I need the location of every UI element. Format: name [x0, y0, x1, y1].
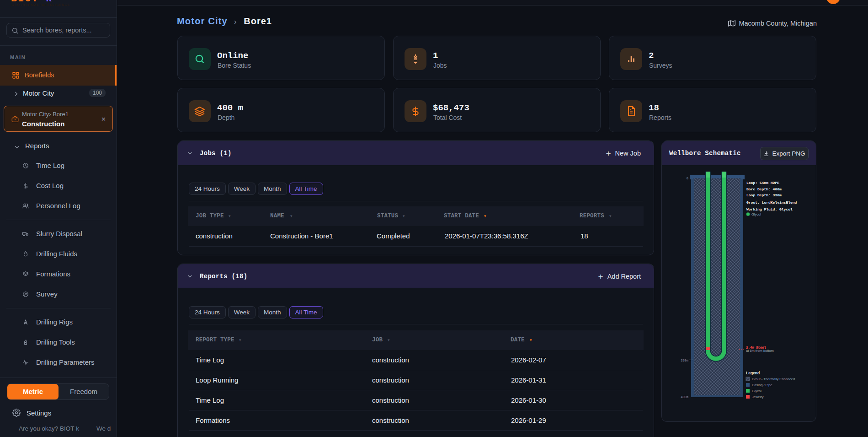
svg-text:Legend: Legend: [746, 371, 760, 375]
svg-text:Working Fluid: Glycol: Working Fluid: Glycol: [746, 207, 793, 211]
svg-text:Grout - Thermally Enhanced: Grout - Thermally Enhanced: [752, 377, 795, 381]
svg-text:Glycol: Glycol: [752, 389, 761, 393]
svg-text:Bore Depth: 400m: Bore Depth: 400m: [746, 187, 782, 191]
svg-text:0: 0: [687, 177, 688, 180]
svg-text:Jewelry: Jewelry: [752, 395, 764, 399]
svg-text:at 5m from bottom: at 5m from bottom: [746, 349, 774, 353]
svg-text:Glycol: Glycol: [751, 212, 761, 216]
svg-text:330m: 330m: [681, 359, 688, 362]
svg-text:Loop: 54mm HDPE: Loop: 54mm HDPE: [746, 181, 779, 185]
svg-text:Grout: LordKelvinsBlend: Grout: LordKelvinsBlend: [746, 200, 797, 205]
svg-text:400m: 400m: [681, 395, 688, 399]
svg-text:Loop Depth: 330m: Loop Depth: 330m: [746, 193, 782, 197]
svg-text:Casing / Pipe: Casing / Pipe: [752, 383, 772, 387]
